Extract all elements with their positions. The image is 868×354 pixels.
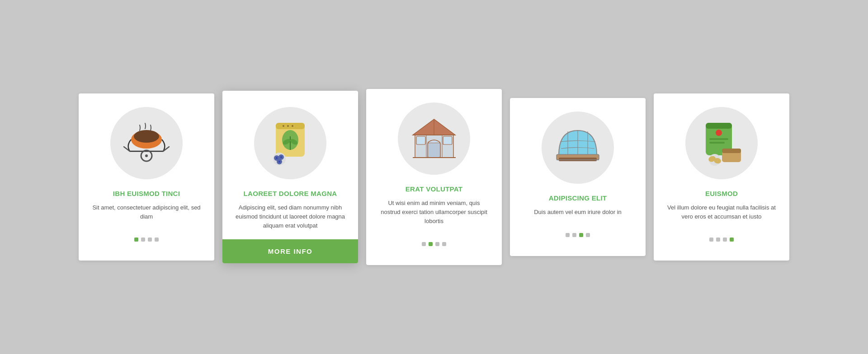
dot bbox=[422, 242, 426, 246]
dot bbox=[716, 238, 720, 242]
card-1-dots bbox=[134, 238, 159, 242]
card-2-body: Adipiscing elit, sed diam nonummy nibh e… bbox=[235, 203, 345, 230]
card-2-title: LAOREET DOLORE MAGNA bbox=[244, 189, 337, 198]
card-5-dots bbox=[709, 238, 734, 242]
seed-bag-2-icon bbox=[696, 119, 748, 167]
dot-active bbox=[134, 238, 138, 242]
svg-rect-45 bbox=[722, 149, 741, 153]
svg-point-11 bbox=[292, 125, 293, 127]
card-2: LAOREET DOLORE MAGNA Adipiscing elit, se… bbox=[222, 91, 358, 264]
card-3-title: ERAT VOLUTPAT bbox=[406, 185, 462, 194]
svg-rect-43 bbox=[709, 142, 725, 144]
dot bbox=[148, 238, 152, 242]
more-info-button[interactable]: MORE INFO bbox=[222, 247, 358, 255]
card-1-footer bbox=[91, 230, 202, 250]
dot-active bbox=[730, 238, 734, 242]
card-1-title: IBH EUISMOD TINCI bbox=[113, 189, 180, 198]
dot bbox=[586, 233, 590, 237]
greenhouse-icon bbox=[408, 115, 460, 162]
dot bbox=[566, 233, 570, 237]
card-4-dots bbox=[566, 233, 590, 237]
svg-rect-42 bbox=[709, 138, 728, 140]
svg-rect-8 bbox=[276, 123, 305, 129]
svg-point-10 bbox=[287, 125, 289, 127]
card-1-body: Sit amet, consectetuer adipiscing elit, … bbox=[91, 203, 202, 221]
dot bbox=[155, 238, 159, 242]
card-4-title: ADIPISCING ELIT bbox=[549, 194, 607, 203]
card-5-icon-circle bbox=[685, 107, 758, 179]
dot bbox=[723, 238, 727, 242]
card-5-body: Vel illum dolore eu feugiat nulla facili… bbox=[666, 203, 777, 221]
svg-rect-26 bbox=[416, 136, 425, 144]
card-2-footer[interactable]: MORE INFO bbox=[222, 239, 358, 263]
svg-rect-40 bbox=[706, 123, 732, 129]
card-5: EUISMOD Vel illum dolore eu feugiat null… bbox=[654, 93, 789, 261]
card-5-title: EUISMOD bbox=[705, 189, 738, 198]
card-1: IBH EUISMOD TINCI Sit amet, consectetuer… bbox=[79, 93, 214, 261]
svg-point-3 bbox=[145, 154, 148, 157]
seed-bag-icon bbox=[263, 118, 317, 168]
card-5-footer bbox=[666, 230, 777, 250]
greenhouse-dome-icon bbox=[552, 124, 604, 171]
card-3-body: Ut wisi enim ad minim veniam, quis nostr… bbox=[379, 199, 489, 226]
svg-rect-25 bbox=[428, 143, 440, 158]
card-3-icon-circle bbox=[398, 102, 470, 175]
svg-rect-37 bbox=[559, 158, 597, 161]
svg-point-21 bbox=[280, 156, 282, 158]
cards-container: IBH EUISMOD TINCI Sit amet, consectetuer… bbox=[61, 75, 807, 279]
card-2-icon-circle bbox=[254, 107, 326, 179]
card-4: ADIPISCING ELIT Duis autem vel eum iriur… bbox=[510, 98, 646, 256]
dot bbox=[141, 238, 145, 242]
card-4-icon-circle bbox=[542, 112, 614, 184]
card-4-body: Duis autem vel eum iriure dolor in bbox=[534, 208, 622, 217]
dot bbox=[709, 238, 713, 242]
card-3: ERAT VOLUTPAT Ut wisi enim ad minim veni… bbox=[366, 89, 502, 266]
svg-point-20 bbox=[276, 157, 278, 159]
dot bbox=[442, 242, 446, 246]
dot bbox=[572, 233, 576, 237]
dot-active bbox=[429, 242, 433, 246]
card-1-icon-circle bbox=[110, 107, 183, 179]
card-3-dots bbox=[422, 242, 446, 246]
wheelbarrow-icon bbox=[122, 121, 171, 166]
svg-point-41 bbox=[716, 130, 722, 136]
card-3-footer bbox=[379, 235, 489, 254]
svg-rect-27 bbox=[443, 136, 452, 144]
svg-point-22 bbox=[278, 161, 280, 163]
dot bbox=[435, 242, 439, 246]
svg-point-9 bbox=[283, 125, 284, 127]
dot-active bbox=[579, 233, 583, 237]
svg-point-4 bbox=[134, 130, 159, 143]
card-4-footer bbox=[523, 226, 633, 245]
